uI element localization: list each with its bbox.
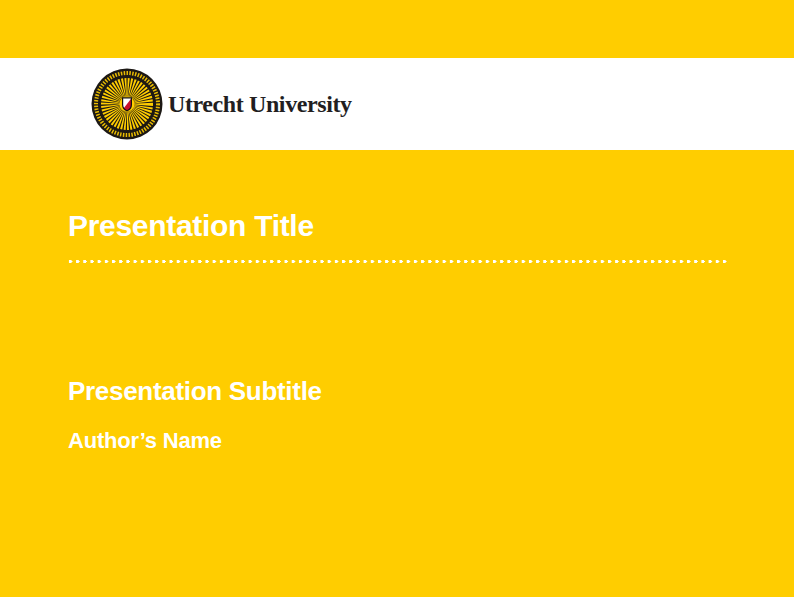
university-name: Utrecht University [168,91,352,118]
utrecht-sun-icon [91,68,163,140]
logo-band: Utrecht University [0,58,794,150]
presentation-subtitle: Presentation Subtitle [68,376,322,407]
title-slide: Utrecht University Presentation Title Pr… [0,0,794,597]
dotted-divider [68,259,729,264]
presentation-title: Presentation Title [68,208,314,244]
author-name: Author’s Name [68,428,222,454]
